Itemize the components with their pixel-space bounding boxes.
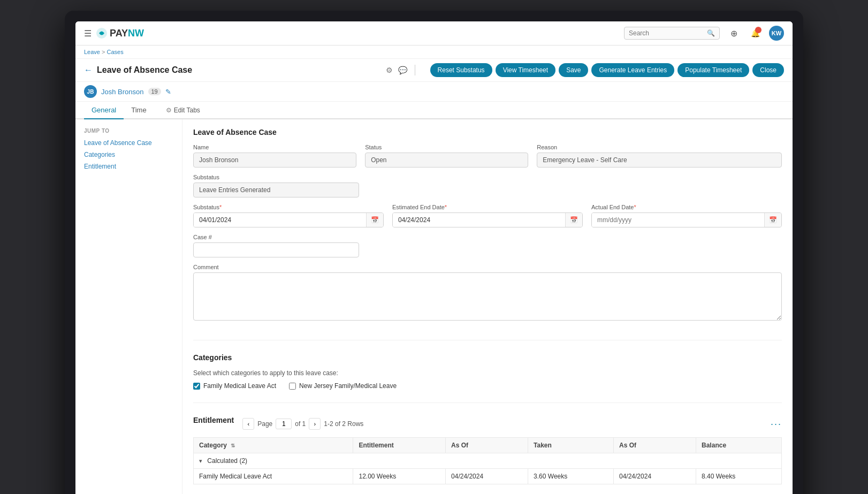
entitlement-header: Entitlement ‹ Page of 1 › 1-2 of 2 Rows … <box>193 416 782 432</box>
settings-icon[interactable]: ⚙ <box>386 66 393 74</box>
page-header-icons: ⚙ 💬 <box>386 65 417 75</box>
substatus-date-group: Substatus* 📅 <box>193 204 384 227</box>
page-next-button[interactable]: › <box>309 418 321 430</box>
category-njfml-checkbox[interactable] <box>289 383 296 390</box>
search-box: 🔍 <box>624 27 720 40</box>
category-fmla-checkbox[interactable] <box>193 383 200 390</box>
tab-general[interactable]: General <box>84 102 124 119</box>
comment-textarea[interactable] <box>193 272 782 321</box>
main-content: JUMP TO Leave of Absence Case Categories… <box>75 119 793 494</box>
page-prev-button[interactable]: ‹ <box>242 418 254 430</box>
page-label: Page <box>257 420 272 428</box>
actual-end-date-input-group: 📅 <box>591 212 782 227</box>
status-group: Status <box>365 144 528 168</box>
comment-label: Comment <box>193 264 782 270</box>
categories-section: Categories Select which categories to ap… <box>193 353 782 403</box>
estimated-end-date-label: Estimated End Date* <box>392 204 583 210</box>
generate-leave-entries-button[interactable]: Generate Leave Entries <box>591 63 674 77</box>
name-group: Name <box>193 144 356 168</box>
back-button[interactable]: ← <box>84 65 93 75</box>
breadcrumb-cases[interactable]: Cases <box>107 49 124 55</box>
col-as-of-2: As Of <box>614 438 696 453</box>
substatus-date-required: * <box>219 204 222 210</box>
case-num-input[interactable] <box>193 242 359 257</box>
form-row-1: Name Status Reason <box>193 144 782 168</box>
search-input[interactable] <box>629 29 704 37</box>
comment-icon[interactable]: 💬 <box>398 66 407 74</box>
user-avatar-button[interactable]: KW <box>769 26 784 41</box>
page-header: ← Leave of Absence Case ⚙ 💬 Reset Substa… <box>75 59 793 82</box>
actual-end-date-calendar-icon[interactable]: 📅 <box>764 213 781 227</box>
reason-input[interactable] <box>537 153 782 168</box>
gear-icon: ⚙ <box>166 107 172 114</box>
case-num-label: Case # <box>193 234 359 240</box>
logo: PAYNW <box>96 27 144 39</box>
form-row-2: Substatus <box>193 174 782 197</box>
estimated-end-date-required: * <box>445 204 447 210</box>
actual-end-date-required: * <box>634 204 636 210</box>
entitlement-more-options[interactable]: ··· <box>771 419 782 430</box>
cell-category: Family Medical Leave Act <box>194 469 353 484</box>
col-entitlement: Entitlement <box>353 438 446 453</box>
logo-text: PAYNW <box>110 28 144 39</box>
view-timesheet-button[interactable]: View Timesheet <box>496 63 556 77</box>
hamburger-icon[interactable]: ☰ <box>84 28 92 39</box>
estimated-end-date-calendar-icon[interactable]: 📅 <box>565 213 582 227</box>
breadcrumb-leave[interactable]: Leave <box>84 49 100 55</box>
user-name-link[interactable]: Josh Bronson <box>101 88 144 96</box>
cell-as-of-2: 04/24/2024 <box>614 469 696 484</box>
user-avatar: JB <box>84 85 97 98</box>
jump-link-entitlement[interactable]: Entitlement <box>84 163 173 170</box>
cell-as-of-1: 04/24/2024 <box>446 469 528 484</box>
edit-user-icon[interactable]: ✎ <box>165 88 171 96</box>
row-expand-icon[interactable]: ▾ <box>199 458 202 464</box>
categories-description: Select which categories to apply to this… <box>193 369 782 377</box>
substatus-input[interactable] <box>193 183 359 197</box>
sort-category-icon[interactable]: ⇅ <box>231 443 235 449</box>
reset-substatus-button[interactable]: Reset Substatus <box>430 63 492 77</box>
action-buttons: Reset Substatus View Timesheet Save Gene… <box>430 63 784 77</box>
jump-to-label: JUMP TO <box>84 128 173 134</box>
category-njfml-item: New Jersey Family/Medical Leave <box>289 382 397 390</box>
pagination-row: ‹ Page of 1 › 1-2 of 2 Rows <box>242 418 363 430</box>
leave-case-section-title: Leave of Absence Case <box>193 128 782 136</box>
notification-bell-button[interactable]: 🔔 <box>748 26 763 41</box>
table-group-row: ▾ Calculated (2) <box>194 453 782 469</box>
tab-time[interactable]: Time <box>124 102 154 119</box>
status-label: Status <box>365 144 528 150</box>
user-badge: 19 <box>148 88 161 95</box>
estimated-end-date-input[interactable] <box>393 213 565 227</box>
table-row: Family Medical Leave Act 12.00 Weeks 04/… <box>194 469 782 484</box>
name-input[interactable] <box>193 153 356 168</box>
substatus-date-input[interactable] <box>194 213 366 227</box>
populate-timesheet-button[interactable]: Populate Timesheet <box>677 63 749 77</box>
jump-sidebar: JUMP TO Leave of Absence Case Categories… <box>75 119 182 494</box>
col-balance: Balance <box>696 438 782 453</box>
actual-end-date-label: Actual End Date* <box>591 204 782 210</box>
leave-case-section: Leave of Absence Case Name Status Reason <box>193 128 782 340</box>
row-group-label: Calculated (2) <box>207 457 247 465</box>
search-icon: 🔍 <box>707 29 715 37</box>
actual-end-date-input[interactable] <box>592 213 764 227</box>
substatus-group: Substatus <box>193 174 359 197</box>
breadcrumb-separator: > <box>102 49 106 55</box>
status-input[interactable] <box>365 153 528 168</box>
close-button[interactable]: Close <box>752 63 784 77</box>
col-category: Category ⇅ <box>194 438 353 453</box>
form-row-3: Substatus* 📅 Estimated End Date* <box>193 204 782 227</box>
reason-label: Reason <box>537 144 782 150</box>
tabs-bar: General Time ⚙ Edit Tabs <box>75 102 793 119</box>
page-current-input[interactable] <box>276 419 292 429</box>
notification-badge <box>755 27 762 33</box>
tab-edit-tabs[interactable]: ⚙ Edit Tabs <box>158 102 208 118</box>
name-label: Name <box>193 144 356 150</box>
categories-section-title: Categories <box>193 353 782 362</box>
help-icon-button[interactable]: ⊕ <box>726 26 741 41</box>
jump-link-categories[interactable]: Categories <box>84 151 173 158</box>
substatus-date-calendar-icon[interactable]: 📅 <box>366 213 383 227</box>
save-button[interactable]: Save <box>559 63 588 77</box>
form-area: Leave of Absence Case Name Status Reason <box>182 119 793 494</box>
jump-link-leave-case[interactable]: Leave of Absence Case <box>84 139 173 147</box>
table-group-cell: ▾ Calculated (2) <box>194 453 782 469</box>
logo-icon <box>96 27 108 39</box>
